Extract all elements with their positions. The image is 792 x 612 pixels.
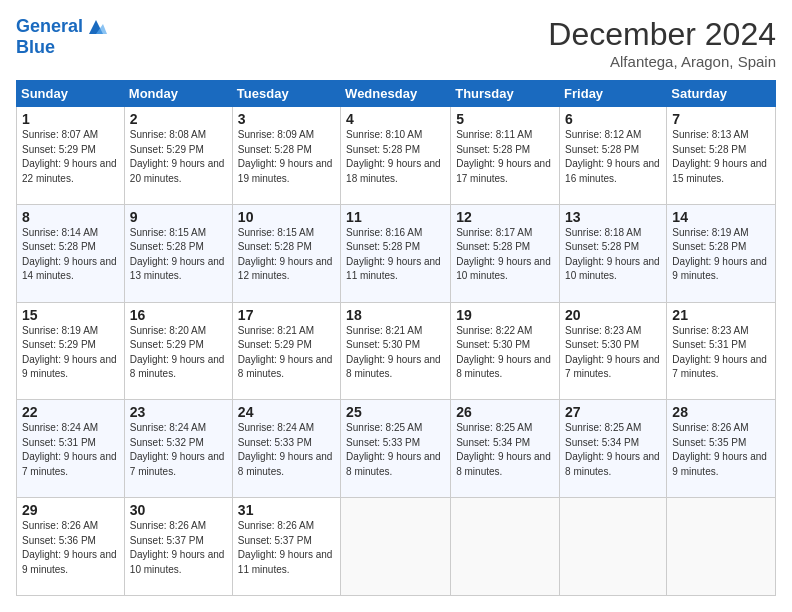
table-cell: 4Sunrise: 8:10 AMSunset: 5:28 PMDaylight… [341, 107, 451, 205]
table-cell: 12Sunrise: 8:17 AMSunset: 5:28 PMDayligh… [451, 204, 560, 302]
day-number: 3 [238, 111, 335, 127]
day-number: 27 [565, 404, 661, 420]
day-info: Sunrise: 8:18 AMSunset: 5:28 PMDaylight:… [565, 226, 661, 284]
table-cell: 18Sunrise: 8:21 AMSunset: 5:30 PMDayligh… [341, 302, 451, 400]
table-cell: 1Sunrise: 8:07 AMSunset: 5:29 PMDaylight… [17, 107, 125, 205]
table-cell: 10Sunrise: 8:15 AMSunset: 5:28 PMDayligh… [232, 204, 340, 302]
day-number: 26 [456, 404, 554, 420]
col-monday: Monday [124, 81, 232, 107]
day-number: 21 [672, 307, 770, 323]
day-number: 17 [238, 307, 335, 323]
day-info: Sunrise: 8:10 AMSunset: 5:28 PMDaylight:… [346, 128, 445, 186]
day-number: 5 [456, 111, 554, 127]
day-info: Sunrise: 8:24 AMSunset: 5:31 PMDaylight:… [22, 421, 119, 479]
table-cell [560, 498, 667, 596]
table-cell [341, 498, 451, 596]
col-tuesday: Tuesday [232, 81, 340, 107]
calendar-week-row: 22Sunrise: 8:24 AMSunset: 5:31 PMDayligh… [17, 400, 776, 498]
day-number: 6 [565, 111, 661, 127]
day-number: 20 [565, 307, 661, 323]
day-info: Sunrise: 8:16 AMSunset: 5:28 PMDaylight:… [346, 226, 445, 284]
day-info: Sunrise: 8:21 AMSunset: 5:29 PMDaylight:… [238, 324, 335, 382]
day-info: Sunrise: 8:25 AMSunset: 5:34 PMDaylight:… [456, 421, 554, 479]
day-info: Sunrise: 8:26 AMSunset: 5:35 PMDaylight:… [672, 421, 770, 479]
day-number: 24 [238, 404, 335, 420]
day-info: Sunrise: 8:25 AMSunset: 5:34 PMDaylight:… [565, 421, 661, 479]
day-number: 25 [346, 404, 445, 420]
table-cell: 20Sunrise: 8:23 AMSunset: 5:30 PMDayligh… [560, 302, 667, 400]
table-cell: 3Sunrise: 8:09 AMSunset: 5:28 PMDaylight… [232, 107, 340, 205]
day-number: 9 [130, 209, 227, 225]
day-info: Sunrise: 8:21 AMSunset: 5:30 PMDaylight:… [346, 324, 445, 382]
day-info: Sunrise: 8:19 AMSunset: 5:28 PMDaylight:… [672, 226, 770, 284]
day-info: Sunrise: 8:20 AMSunset: 5:29 PMDaylight:… [130, 324, 227, 382]
col-saturday: Saturday [667, 81, 776, 107]
calendar-week-row: 8Sunrise: 8:14 AMSunset: 5:28 PMDaylight… [17, 204, 776, 302]
calendar-table: Sunday Monday Tuesday Wednesday Thursday… [16, 80, 776, 596]
col-thursday: Thursday [451, 81, 560, 107]
day-number: 15 [22, 307, 119, 323]
day-info: Sunrise: 8:26 AMSunset: 5:37 PMDaylight:… [238, 519, 335, 577]
table-cell: 2Sunrise: 8:08 AMSunset: 5:29 PMDaylight… [124, 107, 232, 205]
day-number: 18 [346, 307, 445, 323]
table-cell: 21Sunrise: 8:23 AMSunset: 5:31 PMDayligh… [667, 302, 776, 400]
day-info: Sunrise: 8:12 AMSunset: 5:28 PMDaylight:… [565, 128, 661, 186]
calendar-body: 1Sunrise: 8:07 AMSunset: 5:29 PMDaylight… [17, 107, 776, 596]
day-number: 1 [22, 111, 119, 127]
day-info: Sunrise: 8:23 AMSunset: 5:31 PMDaylight:… [672, 324, 770, 382]
day-number: 4 [346, 111, 445, 127]
day-info: Sunrise: 8:17 AMSunset: 5:28 PMDaylight:… [456, 226, 554, 284]
table-cell: 30Sunrise: 8:26 AMSunset: 5:37 PMDayligh… [124, 498, 232, 596]
table-cell: 13Sunrise: 8:18 AMSunset: 5:28 PMDayligh… [560, 204, 667, 302]
table-cell: 8Sunrise: 8:14 AMSunset: 5:28 PMDaylight… [17, 204, 125, 302]
day-number: 22 [22, 404, 119, 420]
table-cell: 27Sunrise: 8:25 AMSunset: 5:34 PMDayligh… [560, 400, 667, 498]
page: General Blue December 2024 Alfantega, Ar… [0, 0, 792, 612]
day-info: Sunrise: 8:07 AMSunset: 5:29 PMDaylight:… [22, 128, 119, 186]
day-number: 29 [22, 502, 119, 518]
location: Alfantega, Aragon, Spain [548, 53, 776, 70]
day-number: 19 [456, 307, 554, 323]
day-info: Sunrise: 8:23 AMSunset: 5:30 PMDaylight:… [565, 324, 661, 382]
table-cell: 15Sunrise: 8:19 AMSunset: 5:29 PMDayligh… [17, 302, 125, 400]
table-cell: 19Sunrise: 8:22 AMSunset: 5:30 PMDayligh… [451, 302, 560, 400]
day-number: 28 [672, 404, 770, 420]
table-cell: 6Sunrise: 8:12 AMSunset: 5:28 PMDaylight… [560, 107, 667, 205]
table-cell [451, 498, 560, 596]
title-block: December 2024 Alfantega, Aragon, Spain [548, 16, 776, 70]
day-number: 8 [22, 209, 119, 225]
table-cell: 7Sunrise: 8:13 AMSunset: 5:28 PMDaylight… [667, 107, 776, 205]
calendar-header: Sunday Monday Tuesday Wednesday Thursday… [17, 81, 776, 107]
day-info: Sunrise: 8:19 AMSunset: 5:29 PMDaylight:… [22, 324, 119, 382]
day-number: 31 [238, 502, 335, 518]
col-friday: Friday [560, 81, 667, 107]
day-info: Sunrise: 8:24 AMSunset: 5:33 PMDaylight:… [238, 421, 335, 479]
day-number: 7 [672, 111, 770, 127]
month-title: December 2024 [548, 16, 776, 53]
day-info: Sunrise: 8:26 AMSunset: 5:37 PMDaylight:… [130, 519, 227, 577]
logo-blue: Blue [16, 38, 107, 58]
weekday-header-row: Sunday Monday Tuesday Wednesday Thursday… [17, 81, 776, 107]
day-number: 11 [346, 209, 445, 225]
table-cell: 31Sunrise: 8:26 AMSunset: 5:37 PMDayligh… [232, 498, 340, 596]
table-cell [667, 498, 776, 596]
calendar-week-row: 15Sunrise: 8:19 AMSunset: 5:29 PMDayligh… [17, 302, 776, 400]
col-wednesday: Wednesday [341, 81, 451, 107]
day-number: 14 [672, 209, 770, 225]
day-number: 13 [565, 209, 661, 225]
table-cell: 29Sunrise: 8:26 AMSunset: 5:36 PMDayligh… [17, 498, 125, 596]
table-cell: 14Sunrise: 8:19 AMSunset: 5:28 PMDayligh… [667, 204, 776, 302]
table-cell: 22Sunrise: 8:24 AMSunset: 5:31 PMDayligh… [17, 400, 125, 498]
day-info: Sunrise: 8:15 AMSunset: 5:28 PMDaylight:… [238, 226, 335, 284]
day-info: Sunrise: 8:15 AMSunset: 5:28 PMDaylight:… [130, 226, 227, 284]
logo: General Blue [16, 16, 107, 58]
header: General Blue December 2024 Alfantega, Ar… [16, 16, 776, 70]
day-number: 23 [130, 404, 227, 420]
day-number: 16 [130, 307, 227, 323]
day-info: Sunrise: 8:25 AMSunset: 5:33 PMDaylight:… [346, 421, 445, 479]
logo-icon [85, 16, 107, 38]
table-cell: 11Sunrise: 8:16 AMSunset: 5:28 PMDayligh… [341, 204, 451, 302]
calendar-week-row: 29Sunrise: 8:26 AMSunset: 5:36 PMDayligh… [17, 498, 776, 596]
day-number: 30 [130, 502, 227, 518]
day-info: Sunrise: 8:26 AMSunset: 5:36 PMDaylight:… [22, 519, 119, 577]
